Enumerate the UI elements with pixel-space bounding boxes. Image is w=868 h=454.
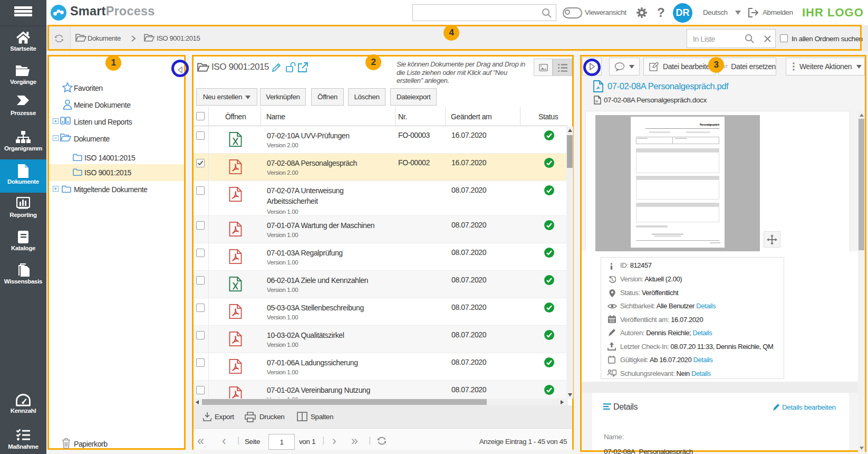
- svg-text:w: w: [595, 99, 599, 103]
